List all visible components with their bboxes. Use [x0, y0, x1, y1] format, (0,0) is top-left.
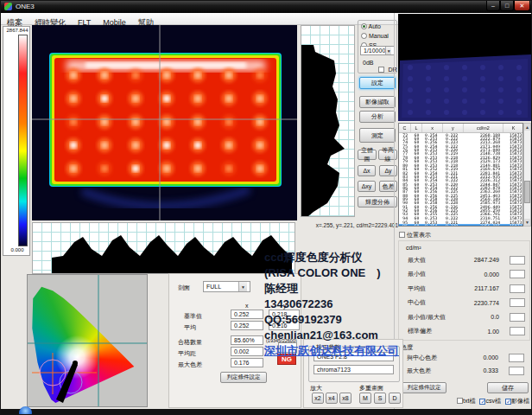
stat-row: 最大值2847.249	[408, 255, 527, 265]
cie-overlay	[28, 275, 147, 406]
zoom-x2-button[interactable]: x2	[312, 393, 324, 404]
analyze-button[interactable]: 分析	[359, 111, 396, 123]
horizontal-profile-plot	[32, 222, 295, 274]
stat-input-box[interactable]	[510, 298, 525, 307]
close-button[interactable]: ✕	[514, 1, 530, 11]
chroma-stat-row: 與中心色差0.000	[407, 353, 526, 362]
minimize-button[interactable]: –	[486, 1, 500, 11]
cie-chromaticity-diagram[interactable]	[27, 274, 148, 407]
stat-input-box[interactable]	[510, 313, 525, 322]
measurement-table: CLxycd/m2K72600.2540.2222268.18815873736…	[398, 123, 523, 227]
maxdiff-value-field: 0.176	[231, 358, 263, 367]
check-txt檔[interactable]: txt檔	[457, 397, 475, 405]
delta-xy-button[interactable]: Δxy	[358, 181, 376, 192]
stat-row: 平均值2117.167	[408, 284, 527, 293]
checkbox-icon	[457, 398, 463, 404]
vertical-profile-plot	[301, 25, 355, 217]
ng-status-badge: NG	[277, 354, 296, 365]
table-row[interactable]: 96600.2540.2202256.11515873	[399, 224, 523, 227]
stat-input-box[interactable]	[510, 284, 525, 293]
check-csv檔[interactable]: ✓csv檔	[479, 397, 501, 405]
col-y-header: y	[283, 303, 287, 309]
stat-row: 最小值0.000	[408, 270, 527, 279]
multi-M-button[interactable]: M	[359, 393, 371, 404]
stat-input-box[interactable]	[510, 270, 525, 278]
radio-auto-icon	[361, 23, 367, 29]
shutter-dropdown[interactable]: 1/10000 ▼	[360, 46, 395, 55]
scrollbar-thumb[interactable]	[524, 181, 530, 203]
zoom-x8-button[interactable]: x8	[339, 393, 352, 404]
cursor-readout: x=.255, y=.221, cd/m2=2229.401	[298, 222, 398, 228]
avg-y-field[interactable]: 0.216	[269, 321, 300, 330]
position-checkbox-icon	[399, 232, 405, 238]
thermal-image[interactable]	[32, 25, 297, 220]
view-3d-button[interactable]: 立體圖	[358, 150, 377, 160]
chevron-down-icon: ▼	[238, 282, 247, 291]
delta-x-button[interactable]: Δx	[358, 165, 376, 176]
measure-button[interactable]: 測定	[359, 128, 396, 143]
avg-x-field[interactable]: 0.252	[231, 321, 263, 330]
dr-checkbox-icon	[378, 67, 384, 73]
multi-D-button[interactable]: D	[389, 393, 401, 404]
ref-x-field[interactable]: 0.252	[231, 310, 263, 319]
radio-auto[interactable]: Auto	[361, 23, 381, 29]
radio-manual[interactable]: Manual	[361, 33, 389, 39]
colorbar-min-value: 0.000	[3, 247, 31, 252]
pass-label: 合格數量	[178, 338, 202, 347]
colorbar-max-value: 2867.844	[3, 28, 31, 33]
app-window: ONE3 – □ ✕ 檔案經時變化FLTMobile幫助 2867.844 0.…	[0, 0, 532, 415]
ref-y-field[interactable]: 0.218	[269, 310, 300, 319]
maxdiff-label: 最大色差	[178, 361, 202, 369]
section-label: 剖面	[178, 284, 190, 292]
set-button[interactable]: 設定	[359, 77, 396, 89]
luminance-stats-panel: cd/m² 最大值2847.249最小值0.000平均值2117.167中心值2…	[398, 240, 530, 341]
save-button[interactable]: 儲存	[487, 382, 529, 393]
chroma-stat-row: 最大色差0.333	[407, 366, 526, 375]
profile-mode-dropdown[interactable]: FULL ▼	[203, 281, 250, 292]
chroma-input-box[interactable]	[509, 367, 524, 375]
table-header-cell: K	[504, 124, 523, 132]
chevron-down-icon: ▼	[385, 47, 391, 54]
capture-button[interactable]: 影像擷取	[359, 96, 396, 108]
stat-input-box[interactable]	[510, 256, 525, 265]
colorbar-gradient	[18, 35, 28, 246]
unit-label: cd/m²	[406, 245, 421, 251]
radio-manual-icon	[361, 33, 367, 39]
ref-label: 基準值	[184, 312, 202, 321]
luminance-dist-button[interactable]: 輝度分佈	[358, 196, 397, 208]
multi-S-button[interactable]: S	[374, 393, 386, 404]
start-orb-icon[interactable]	[19, 406, 32, 415]
checkbox-icon: ✓	[505, 399, 511, 405]
profile-mode-value: FULL	[206, 284, 221, 290]
maximize-button[interactable]: □	[500, 1, 514, 11]
chroma-stats-panel: 色度 與中心色差0.000最大色差0.333	[398, 343, 530, 378]
stat-row: 標準偏差1.00	[408, 327, 527, 336]
chroma-param-field[interactable]: chroma7123	[314, 365, 394, 374]
stat-row: 最小值/最大值0.0	[408, 312, 527, 322]
taskbar	[1, 409, 532, 415]
zoom-buttons: x2x4x8	[312, 393, 352, 404]
scroll-down-icon[interactable]: ▼	[524, 219, 530, 226]
dist-value-field: 0.002	[231, 347, 263, 356]
table-header-cell: x	[422, 124, 443, 132]
col-x-header: x	[245, 303, 249, 309]
stat-input-box[interactable]	[510, 327, 525, 335]
zoom-label: 放大	[310, 384, 322, 393]
pass-value-field: 85.60%	[231, 335, 263, 345]
position-display-checkbox[interactable]: 位置表示	[399, 231, 431, 239]
title-bar: ONE3 – □ ✕	[1, 1, 532, 13]
check-影像檔[interactable]: ✓影像檔	[505, 397, 529, 405]
zoom-x4-button[interactable]: x4	[326, 393, 338, 404]
table-header-cell: C	[399, 124, 411, 132]
judge-settings-button[interactable]: 判定條件設定	[402, 382, 446, 393]
gain-label: 0dB	[363, 60, 373, 66]
lens-param-field[interactable]: ONE3 F2.8	[314, 352, 394, 361]
judge-settings-button-2[interactable]: 判定條件設定	[220, 372, 267, 383]
camera-preview-image	[398, 14, 531, 121]
multi-screen-buttons: MSD	[359, 393, 401, 404]
scroll-up-icon[interactable]: ▲	[524, 124, 530, 131]
chroma-input-box[interactable]	[509, 354, 524, 362]
result-box-empty	[278, 342, 297, 353]
table-scrollbar[interactable]: ▲ ▼	[523, 123, 531, 227]
thermal-image-svg	[32, 25, 297, 220]
